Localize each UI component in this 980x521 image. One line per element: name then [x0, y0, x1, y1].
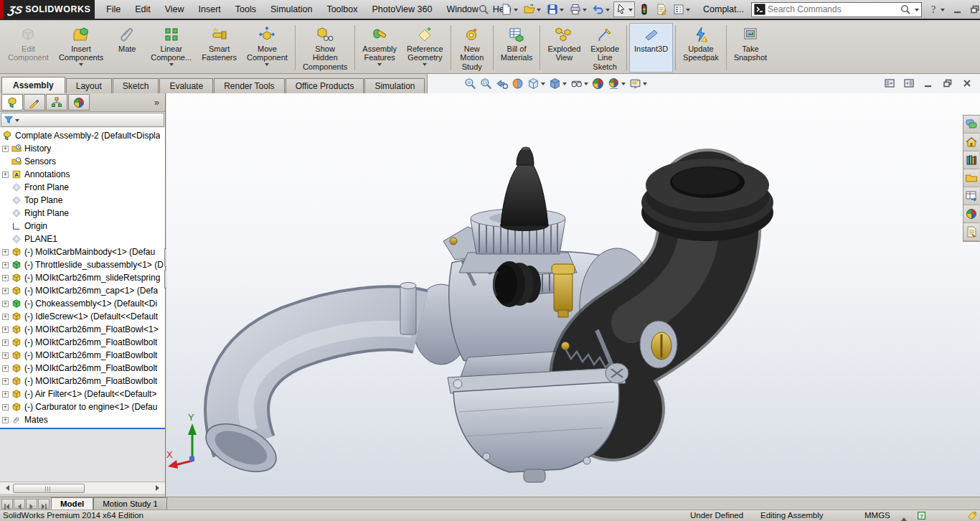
- tree-item-annotations[interactable]: +AAnnotations: [0, 168, 165, 181]
- dropdown-arrow[interactable]: [79, 63, 83, 68]
- design-library-button[interactable]: [963, 151, 979, 169]
- dropdown-arrow[interactable]: [686, 9, 690, 14]
- dropdown-arrow[interactable]: [265, 63, 269, 68]
- tab-layout[interactable]: Layout: [66, 78, 112, 93]
- expand-toggle[interactable]: +: [2, 172, 9, 178]
- dropdown-arrow[interactable]: [541, 83, 545, 88]
- tree-item-sensors[interactable]: Sensors: [0, 155, 165, 168]
- tree-item-moiktcarb26mm-floatbowlbolt[interactable]: +(-) MOIktCarb26mm_FloatBowlbolt: [0, 336, 165, 349]
- menu-file[interactable]: File: [99, 0, 128, 19]
- tab-evaluate[interactable]: Evaluate: [159, 78, 213, 93]
- hide-show-items-button[interactable]: [570, 77, 589, 90]
- menu-tools[interactable]: Tools: [228, 0, 263, 19]
- expand-toggle[interactable]: +: [2, 417, 9, 423]
- tree-item-molktcarbmainbody-1-defau[interactable]: +(-) MolktCarbMainbody<1> (Defau: [0, 245, 165, 258]
- menu-search-icon[interactable]: [478, 4, 489, 15]
- expand-toggle[interactable]: +: [2, 275, 9, 281]
- ribbon-button-update-speedpak[interactable]: !Update Speedpak: [678, 23, 724, 72]
- units-selector[interactable]: MMGS: [864, 511, 890, 520]
- expand-toggle[interactable]: +: [2, 378, 9, 385]
- tree-item-chokeassembly-1-default-di[interactable]: +(-) Chokeassembly<1> (Default<Di: [0, 297, 165, 310]
- tab-office-products[interactable]: Office Products: [286, 78, 364, 93]
- view-orientation-button[interactable]: [527, 77, 546, 90]
- search-magnifier-icon[interactable]: [900, 4, 911, 15]
- tab-sketch[interactable]: Sketch: [113, 78, 159, 93]
- expand-toggle[interactable]: +: [2, 314, 9, 320]
- expand-toggle[interactable]: +: [2, 262, 9, 268]
- custom-properties-button[interactable]: [963, 223, 979, 241]
- menu-photoview-360[interactable]: PhotoView 360: [365, 0, 440, 19]
- menu-toolbox[interactable]: Toolbox: [319, 0, 364, 19]
- section-view-button[interactable]: [511, 77, 524, 90]
- dropdown-arrow[interactable]: [560, 9, 564, 14]
- tree-horizontal-scrollbar[interactable]: [0, 482, 165, 494]
- tree-root[interactable]: Complate Assembly-2 (Default<Displa: [0, 129, 165, 142]
- ribbon-button-linear-compone[interactable]: Linear Compone...: [146, 23, 197, 72]
- ribbon-button-show-hidden-components[interactable]: Show Hidden Components: [298, 23, 352, 72]
- expand-toggle[interactable]: +: [2, 301, 9, 307]
- display-style-button[interactable]: [548, 77, 567, 90]
- ribbon-button-mate[interactable]: Mate: [108, 23, 146, 72]
- tree-item-idlescrew-1-default-default[interactable]: +(-) IdleScrew<1> (Default<<Default: [0, 310, 165, 323]
- dropdown-arrow[interactable]: [621, 83, 626, 88]
- status-tag-icon[interactable]: [967, 511, 977, 521]
- fm-property-tab[interactable]: [24, 94, 45, 111]
- previous-view-button[interactable]: [495, 77, 509, 90]
- nav-next-button[interactable]: [26, 499, 37, 509]
- fm-display-tab[interactable]: [68, 94, 90, 111]
- new-doc-button[interactable]: [499, 1, 520, 17]
- tree-item-top-plane[interactable]: Top Plane: [0, 194, 165, 207]
- dropdown-arrow[interactable]: [583, 9, 587, 14]
- dropdown-arrow[interactable]: [423, 63, 427, 68]
- menu-edit[interactable]: Edit: [128, 0, 158, 19]
- zoom-fit-button[interactable]: [463, 77, 477, 90]
- search-commands-input[interactable]: [768, 4, 897, 14]
- expand-toggle[interactable]: +: [2, 288, 9, 294]
- ribbon-button-insert-components[interactable]: Insert Components: [54, 23, 108, 72]
- expand-toggle[interactable]: +: [2, 352, 9, 359]
- tree-item-air-filter-1-default-default[interactable]: +(-) Air Filter<1> (Default<<Default>: [0, 388, 165, 400]
- units-dropdown-arrow[interactable]: [901, 515, 907, 521]
- restore-button[interactable]: [969, 4, 980, 15]
- dropdown-arrow[interactable]: [562, 83, 567, 88]
- doc-minimize-button[interactable]: [923, 78, 934, 89]
- tree-item-carburator-to-engine-1-defau[interactable]: +(-) Carburator to engine<1> (Defau: [0, 400, 165, 413]
- expand-toggle[interactable]: +: [2, 146, 9, 152]
- ribbon-button-take-snapshot[interactable]: Take Snapshot: [729, 23, 772, 72]
- file-properties-button[interactable]: [654, 1, 669, 17]
- ribbon-button-reference-geometry[interactable]: Reference Geometry: [402, 23, 448, 72]
- expand-toggle[interactable]: +: [2, 249, 9, 255]
- expand-toggle[interactable]: +: [2, 365, 9, 372]
- help-button[interactable]: ?: [928, 4, 945, 15]
- panel-overflow-chevron[interactable]: »: [150, 97, 164, 108]
- print-button[interactable]: [567, 1, 589, 17]
- tab-simulation[interactable]: Simulation: [364, 78, 425, 93]
- search-dropdown-arrow[interactable]: [915, 9, 919, 14]
- ribbon-button-smart-fasteners[interactable]: Smart Fasteners: [197, 23, 242, 72]
- dropdown-arrow[interactable]: [606, 9, 610, 14]
- expand-toggle[interactable]: +: [2, 404, 9, 410]
- expand-toggle[interactable]: +: [2, 391, 9, 398]
- ribbon-button-move-component[interactable]: Move Component: [242, 23, 293, 72]
- tree-item-history[interactable]: +History: [0, 142, 165, 155]
- scroll-left-button[interactable]: [0, 483, 12, 494]
- tree-item-plane1[interactable]: PLANE1: [0, 233, 165, 245]
- comments-button[interactable]: [963, 116, 979, 133]
- expand-toggle[interactable]: +: [2, 339, 9, 346]
- file-explorer-button[interactable]: [963, 169, 979, 187]
- graphics-viewport[interactable]: Y X: [166, 93, 980, 497]
- undo-button[interactable]: [590, 1, 612, 17]
- view-settings-button[interactable]: [628, 77, 648, 90]
- ribbon-button-assembly-features[interactable]: Assembly Features: [357, 23, 402, 72]
- tab-assembly[interactable]: Assembly: [1, 77, 65, 93]
- scroll-right-button[interactable]: [153, 483, 165, 494]
- zoom-area-button[interactable]: [479, 77, 493, 90]
- edit-appearance-button[interactable]: [591, 77, 605, 90]
- dropdown-arrow[interactable]: [537, 9, 541, 14]
- scroll-thumb[interactable]: [13, 484, 85, 493]
- ribbon-button-explode-line-sketch[interactable]: Explode Line Sketch: [585, 23, 624, 72]
- fm-config-tab[interactable]: [46, 94, 67, 111]
- dropdown-arrow[interactable]: [377, 63, 382, 68]
- apply-scene-button[interactable]: [607, 77, 626, 90]
- menu-simulation[interactable]: Simulation: [263, 0, 319, 19]
